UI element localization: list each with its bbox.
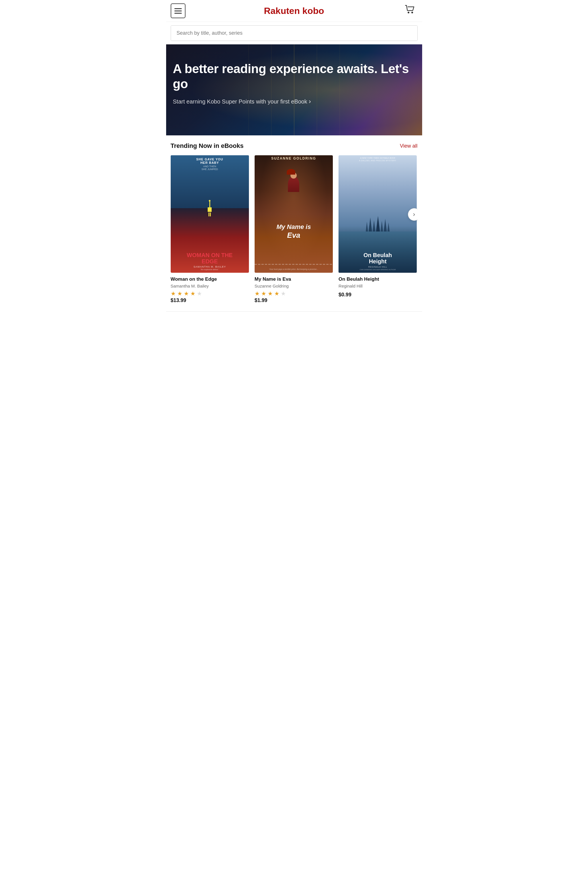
cover-2-figure bbox=[288, 176, 299, 192]
star-2: ★ bbox=[177, 290, 183, 296]
book-cover-3: A NEW YORK TIMES NOTABLE BOOK A DALZIEL … bbox=[338, 155, 417, 273]
book-3-price: $0.99 bbox=[338, 292, 417, 298]
section-divider bbox=[166, 311, 422, 312]
menu-line-1 bbox=[174, 8, 182, 9]
hero-subtitle-text: Start earning Kobo Super Points with you… bbox=[173, 98, 307, 105]
menu-line-2 bbox=[174, 11, 182, 11]
logo: Rakuten kobo bbox=[264, 6, 324, 16]
book-2-title: My Name is Eva bbox=[255, 276, 333, 283]
star-1: ★ bbox=[171, 290, 176, 296]
star-5: ★ bbox=[281, 290, 286, 296]
cover-2-title-area: My Name is Eva bbox=[255, 224, 333, 240]
star-2: ★ bbox=[261, 290, 267, 296]
book-2-author: Suzanne Goldring bbox=[255, 284, 333, 289]
view-all-link[interactable]: View all bbox=[400, 143, 418, 149]
book-card-1[interactable]: SHE GAVE YOU HER BABY AND THEN SHE JUMPE… bbox=[171, 155, 249, 304]
cover-3-bottom-text: On BeulahHeight REGINALD HILL CWA DIAMON… bbox=[338, 252, 417, 271]
header: Rakuten kobo bbox=[166, 0, 422, 22]
hero-title: A better reading experience awaits. Let'… bbox=[173, 62, 415, 92]
cover-2-author: SUZANNE GOLDRING bbox=[255, 156, 333, 160]
book-1-rating: ★ ★ ★ ★ ★ bbox=[171, 290, 249, 296]
search-bar bbox=[171, 25, 418, 41]
book-2-rating: ★ ★ ★ ★ ★ bbox=[255, 290, 333, 296]
star-3: ★ bbox=[268, 290, 274, 296]
book-3-author: Reginald Hill bbox=[338, 284, 417, 289]
star-4: ★ bbox=[190, 290, 196, 296]
search-input[interactable] bbox=[171, 26, 417, 41]
svg-point-1 bbox=[411, 12, 413, 14]
cover-1-bottom-text: WOMAN ON THEEDGE SAMANTHA M. BAILEY "An … bbox=[171, 250, 249, 273]
cover-1-top-text: SHE GAVE YOU HER BABY AND THEN SHE JUMPE… bbox=[171, 158, 249, 171]
book-card-2[interactable]: SUZANNE GOLDRING My Name is Eva Your tru… bbox=[255, 155, 333, 304]
cover-2-wire bbox=[255, 264, 333, 265]
section-header: Trending Now in eBooks View all bbox=[171, 142, 418, 150]
book-3-title: On Beulah Height bbox=[338, 276, 417, 283]
books-grid: SHE GAVE YOU HER BABY AND THEN SHE JUMPE… bbox=[171, 155, 418, 304]
trending-section: Trending Now in eBooks View all SHE GAVE… bbox=[166, 135, 422, 304]
book-cover-1: SHE GAVE YOU HER BABY AND THEN SHE JUMPE… bbox=[171, 155, 249, 273]
hero-arrow-icon: › bbox=[309, 98, 311, 105]
cover-3-top-text: A NEW YORK TIMES NOTABLE BOOK A DALZIEL … bbox=[338, 157, 417, 162]
cart-button[interactable] bbox=[403, 3, 417, 18]
hero-subtitle[interactable]: Start earning Kobo Super Points with you… bbox=[173, 97, 415, 106]
book-cover-2: SUZANNE GOLDRING My Name is Eva Your tru… bbox=[255, 155, 333, 273]
star-3: ★ bbox=[184, 290, 189, 296]
logo-text: Rakuten kobo bbox=[264, 6, 324, 16]
hero-banner: A better reading experience awaits. Let'… bbox=[166, 44, 422, 135]
hero-content: A better reading experience awaits. Let'… bbox=[173, 62, 415, 106]
section-title: Trending Now in eBooks bbox=[171, 142, 244, 150]
book-1-title: Woman on the Edge bbox=[171, 276, 249, 283]
book-card-3[interactable]: A NEW YORK TIMES NOTABLE BOOK A DALZIEL … bbox=[338, 155, 417, 304]
menu-button[interactable] bbox=[171, 3, 185, 18]
cover-1-figure bbox=[207, 200, 212, 217]
star-1: ★ bbox=[255, 290, 260, 296]
cover-3-trees bbox=[338, 216, 417, 232]
book-2-price: $1.99 bbox=[255, 298, 333, 304]
book-1-price: $13.99 bbox=[171, 298, 249, 304]
cover-2-tagline: Your trust pays a terrible price. But ke… bbox=[255, 268, 333, 271]
star-4: ★ bbox=[274, 290, 280, 296]
svg-point-0 bbox=[408, 12, 409, 14]
star-5: ★ bbox=[197, 290, 203, 296]
book-1-author: Samantha M. Bailey bbox=[171, 284, 249, 289]
menu-line-3 bbox=[174, 13, 182, 14]
cart-icon bbox=[405, 5, 415, 17]
